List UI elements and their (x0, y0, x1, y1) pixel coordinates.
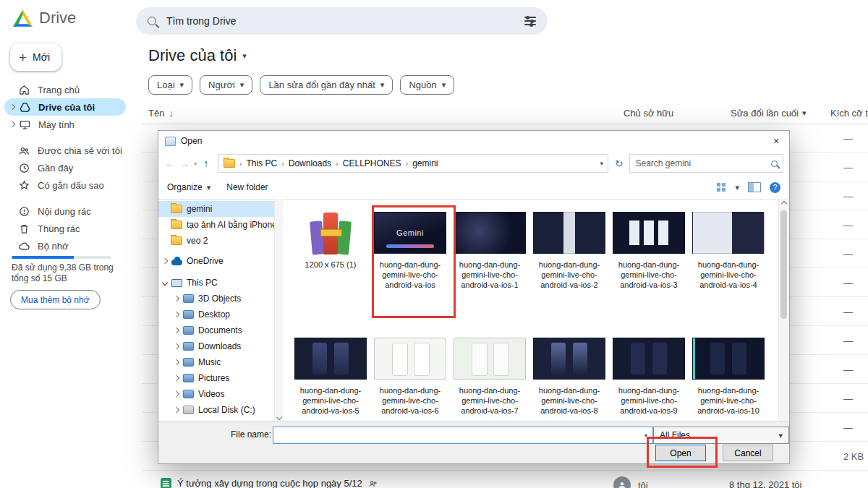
column-header-name[interactable]: Tên ↓ (148, 108, 174, 119)
file-item-gemini-1[interactable]: huong-dan-dung-gemini-live-cho-android-v… (452, 209, 527, 335)
history-caret-icon[interactable]: ▾ (194, 160, 197, 167)
file-name-label: File name: (231, 429, 271, 440)
file-item-gemini-5[interactable]: huong-dan-dung-gemini-live-cho-android-v… (293, 335, 368, 421)
expander-icon[interactable] (162, 280, 168, 286)
tree-item-music[interactable]: Music (158, 354, 274, 370)
tree-item-desktop[interactable]: Desktop (158, 307, 274, 322)
sidebar-item-shared[interactable]: Được chia sẻ với tôi (0, 142, 130, 159)
new-folder-button[interactable]: New folder (226, 182, 268, 192)
cancel-button[interactable]: Cancel (723, 445, 773, 461)
buy-storage-button[interactable]: Mua thêm bộ nhớ (10, 290, 101, 309)
dialog-footer: File name: ▾ All Files ▾ Open Cancel (158, 421, 789, 463)
expander-icon[interactable] (162, 258, 168, 264)
tree-item-gemini[interactable]: gemini (158, 201, 274, 217)
file-item-gemini-8[interactable]: huong-dan-dung-gemini-live-cho-android-v… (532, 335, 607, 421)
column-header-modified[interactable]: Sửa đổi lần cuối ▾ (731, 108, 807, 119)
folder-icon (171, 205, 182, 213)
documents-icon (183, 326, 194, 335)
address-caret-icon[interactable]: ▾ (600, 160, 604, 167)
breadcrumb-cellphones[interactable]: CELLPHONES (343, 158, 401, 168)
input-caret-icon[interactable]: ▾ (639, 427, 652, 443)
view-mode-icon[interactable] (717, 183, 726, 192)
new-button[interactable]: + Mới (10, 43, 61, 71)
file-item-gemini-7[interactable]: huong-dan-dung-gemini-live-cho-android-v… (452, 335, 527, 421)
file-item-gemini-4[interactable]: huong-dan-dung-gemini-live-cho-android-v… (691, 209, 766, 335)
file-item-gemini-3[interactable]: huong-dan-dung-gemini-live-cho-android-v… (611, 209, 686, 335)
tree-item-onedrive[interactable]: OneDrive (158, 253, 274, 269)
caret-down-icon: ▾ (242, 51, 247, 61)
file-item-gemini-6[interactable]: huong-dan-dung-gemini-live-cho-android-v… (373, 335, 448, 421)
expander-icon[interactable] (9, 104, 15, 110)
tree-item-documents[interactable]: Documents (158, 322, 274, 338)
crumb-separator-icon: › (281, 159, 284, 168)
file-type-select[interactable]: All Files ▾ (653, 427, 789, 444)
sidebar-item-spam[interactable]: Nội dung rác (0, 202, 130, 220)
file-item-gemini-10[interactable]: huong-dan-dung-gemini-live-cho-android-v… (691, 335, 766, 421)
expander-icon[interactable] (174, 407, 179, 413)
help-icon[interactable]: ? (770, 182, 780, 193)
column-header-size[interactable]: Kích cỡ tệ (830, 108, 868, 119)
expander-icon[interactable] (9, 121, 15, 127)
expander-icon[interactable] (174, 312, 179, 317)
table-row-document[interactable]: Ý tưởng xây dựng trong cuộc họp ngày 5/1… (142, 471, 868, 488)
file-grid: 868 x 488 (1) Gemini huong-dan-dung-gem… (283, 199, 778, 421)
close-icon[interactable]: × (763, 131, 789, 151)
refresh-icon[interactable]: ↻ (612, 158, 626, 169)
breadcrumb[interactable]: › This PC › Downloads › CELLPHONES › gem… (218, 154, 608, 173)
open-button[interactable]: Open (655, 445, 706, 461)
expander-icon[interactable] (174, 375, 179, 381)
expander-icon[interactable] (174, 328, 179, 333)
filter-chip-source[interactable]: Nguồn ▾ (400, 75, 454, 95)
sidebar-item-home[interactable]: Trang chủ (0, 81, 130, 98)
tree-item-this-pc[interactable]: This PC (158, 275, 274, 291)
breadcrumb-gemini[interactable]: gemini (412, 158, 438, 168)
expander-icon[interactable] (174, 391, 179, 397)
sidebar-item-storage[interactable]: Bộ nhớ (0, 237, 130, 254)
tree-item-pictures[interactable]: Pictures (158, 370, 274, 386)
dialog-search-box[interactable]: Search gemini (629, 154, 783, 173)
dialog-titlebar[interactable]: Open × (158, 131, 789, 151)
column-header-owner[interactable]: Chủ sở hữu (624, 108, 673, 119)
back-icon[interactable]: ← (164, 158, 176, 169)
file-item-gemini-2[interactable]: huong-dan-dung-gemini-live-cho-android-v… (532, 209, 607, 335)
file-item-archive[interactable]: 868 x 488 (1) (293, 209, 368, 335)
folder-icon (224, 159, 235, 168)
tree-item-veo2[interactable]: veo 2 (158, 233, 274, 249)
tree-item-local-disk[interactable]: Local Disk (C:) (158, 402, 274, 418)
file-item-gemini-9[interactable]: huong-dan-dung-gemini-live-cho-android-v… (611, 335, 686, 421)
filter-chip-type[interactable]: Loại ▾ (148, 75, 192, 95)
sidebar-item-recent[interactable]: Gần đây (0, 159, 130, 176)
tree-item-downloads[interactable]: Downloads (158, 338, 274, 354)
breadcrumb-this-pc[interactable]: This PC (246, 158, 277, 168)
tree-item-tao-anh[interactable]: tạo ảnh AI bằng iPhone (158, 217, 274, 233)
forward-icon[interactable]: → (179, 158, 191, 169)
expander-icon[interactable] (174, 296, 179, 301)
sidebar-item-trash[interactable]: Thùng rác (0, 220, 130, 237)
sidebar-item-my-drive[interactable]: Drive của tôi (4, 98, 126, 116)
filter-chip-modified[interactable]: Lần sửa đổi gần đây nhất ▾ (260, 75, 393, 95)
filter-tune-icon[interactable] (524, 17, 536, 25)
breadcrumb-downloads[interactable]: Downloads (289, 158, 331, 168)
up-icon[interactable]: ↑ (200, 158, 212, 169)
page-title[interactable]: Drive của tôi ▾ (148, 46, 247, 65)
expander-icon[interactable] (174, 343, 179, 349)
sidebar-item-computers[interactable]: Máy tính (0, 116, 130, 133)
filter-chip-people[interactable]: Người ▾ (200, 75, 252, 95)
sidebar-item-starred[interactable]: Có gắn dấu sao (0, 176, 130, 194)
open-file-dialog: Open × ← → ▾ ↑ › This PC › Downloads › C… (158, 130, 790, 464)
preview-pane-icon[interactable] (748, 182, 761, 192)
scrollbar-thumb[interactable] (780, 210, 787, 319)
expander-icon[interactable] (174, 359, 179, 365)
file-name-input[interactable]: ▾ (273, 427, 653, 444)
file-item-gemini-main[interactable]: Gemini huong-dan-dung-gemini-live-cho-an… (373, 209, 448, 335)
this-pc-icon (171, 279, 182, 287)
tree-item-videos[interactable]: Videos (158, 386, 274, 402)
view-caret-icon[interactable]: ▾ (735, 183, 739, 192)
tree-item-3d-objects[interactable]: 3D Objects (158, 291, 274, 307)
caret-down-icon: ▾ (778, 431, 783, 440)
scroll-up-icon[interactable] (781, 201, 787, 207)
drive-search-bar[interactable]: Tìm trong Drive (136, 7, 548, 35)
scroll-down-icon[interactable] (276, 414, 282, 420)
organize-button[interactable]: Organize ▾ (167, 182, 210, 192)
file-list-scrollbar[interactable] (778, 199, 789, 421)
